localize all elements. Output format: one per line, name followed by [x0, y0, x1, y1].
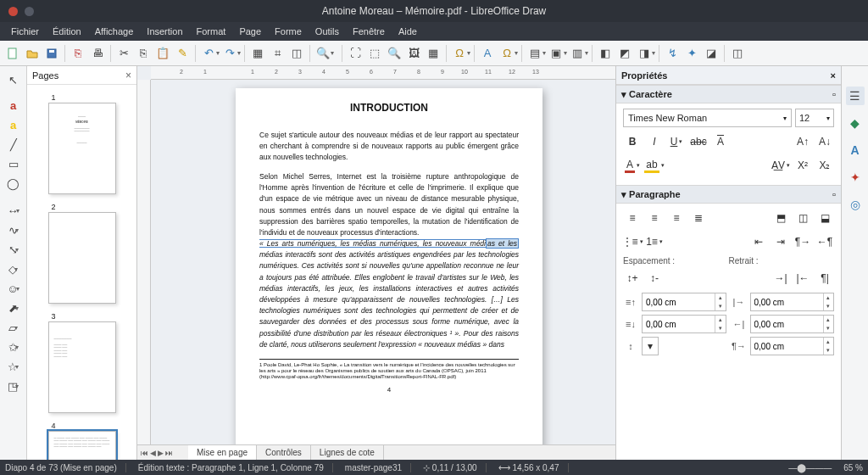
menu-insertion[interactable]: Insertion — [141, 25, 188, 38]
indent-inc-button[interactable]: ⇥ — [771, 232, 790, 251]
font-color-button[interactable]: A▾ — [623, 156, 642, 175]
points-icon[interactable]: ↯ — [663, 44, 682, 63]
page-thumbnails[interactable]: 1———MÉMOIRE———————————————— 2 3—————————… — [27, 85, 136, 460]
indent-dec-button[interactable]: ⇤ — [749, 232, 768, 251]
pages-panel-close-icon[interactable]: × — [125, 70, 131, 81]
page-thumb-4[interactable]: 4— ——— —— ——— —— ——— —— ——— —— ——— —— ——… — [47, 422, 118, 460]
block-arrow-icon[interactable]: ⬈▾ — [4, 299, 23, 316]
spacing-below-input[interactable]: ▴▾ — [642, 315, 726, 333]
indent-before-input[interactable]: ▴▾ — [750, 293, 835, 311]
indent-dec2-icon[interactable]: |← — [793, 269, 812, 288]
page-thumb-1[interactable]: 1———MÉMOIRE———————————————— — [47, 93, 118, 194]
page-thumb-3[interactable]: 3—————————— ————— ————— ————— ————— —— — [47, 312, 118, 413]
tab-last-icon[interactable]: ⏭ — [165, 449, 173, 457]
text-selection[interactable]: as et les — [486, 238, 519, 249]
menu-format[interactable]: Format — [191, 25, 232, 38]
bold-button[interactable]: B — [623, 132, 642, 151]
rtl-button[interactable]: ←¶ — [815, 232, 834, 251]
font-size-select[interactable]: 12▾ — [795, 109, 834, 127]
valign-bot-button[interactable]: ⬓ — [815, 209, 834, 227]
find-icon[interactable]: 🔍 — [385, 44, 403, 63]
align-justify-button[interactable]: ≣ — [689, 209, 708, 227]
fill-color-a-icon[interactable]: a — [4, 97, 23, 114]
table-icon[interactable]: ▦ — [424, 44, 442, 63]
page-thumb-2[interactable]: 2 — [47, 203, 118, 304]
paragraph-more-icon[interactable]: ▫ — [832, 189, 836, 199]
navigator-tab-icon[interactable]: ✦ — [846, 168, 865, 187]
status-master[interactable]: master-page31 — [345, 463, 411, 472]
snap-icon[interactable]: ⌗ — [268, 44, 287, 63]
character-section-head[interactable]: ▾ Caractère ▫ — [616, 85, 841, 103]
fontwork-omega-icon[interactable]: Ω — [498, 44, 516, 63]
align-left-button[interactable]: ≡ — [623, 209, 642, 227]
gluepoints-icon[interactable]: ✦ — [682, 44, 701, 63]
doc-paragraph-1[interactable]: Ce sujet s'articule autour des nouveaux … — [259, 130, 519, 164]
line-spacing-button[interactable]: ▾ — [642, 337, 659, 355]
3d-icon[interactable]: ◳▾ — [4, 377, 23, 394]
align-center-button[interactable]: ≡ — [645, 209, 664, 227]
paragraph-section-head[interactable]: ▾ Paragraphe ▫ — [616, 185, 841, 204]
clone-format-icon[interactable]: ✎ — [173, 44, 192, 63]
properties-tab-icon[interactable]: ☰ — [846, 87, 865, 105]
new-doc-icon[interactable] — [3, 44, 22, 63]
minimize-icon[interactable] — [25, 7, 34, 16]
show-draw-icon[interactable]: ◫ — [728, 44, 747, 63]
copy-icon[interactable]: ⎘ — [134, 44, 153, 63]
export-pdf-icon[interactable]: ⎘ — [69, 44, 87, 63]
arrow-line-icon[interactable]: ↔▾ — [4, 202, 23, 219]
align-icon[interactable]: ▤ — [526, 44, 544, 63]
image-icon[interactable]: 🖼 — [404, 44, 423, 63]
flowchart-icon[interactable]: ▱▾ — [4, 319, 23, 336]
curve-icon[interactable]: ∿▾ — [4, 221, 23, 238]
spacing-dec-icon[interactable]: ↕- — [645, 269, 664, 288]
extrusion-icon[interactable]: ◪ — [702, 44, 721, 63]
textbox-icon[interactable]: ⬚ — [365, 44, 384, 63]
callout-icon[interactable]: ✩▾ — [4, 338, 23, 355]
valign-top-button[interactable]: ⬒ — [771, 209, 790, 227]
tab-mise-en-page[interactable]: Mise en page — [188, 445, 257, 460]
tab-lignes-de-cote[interactable]: Lignes de cote — [311, 445, 384, 460]
tab-next-icon[interactable]: ▶ — [158, 449, 164, 457]
filter-icon[interactable]: ◨ — [635, 44, 654, 63]
font-name-select[interactable]: Times New Roman▾ — [623, 109, 792, 127]
overline-button[interactable]: A — [711, 132, 730, 151]
omega-icon[interactable]: Ω — [450, 44, 469, 63]
ellipse-tool-icon[interactable]: ◯ — [4, 175, 23, 192]
cut-icon[interactable]: ✂ — [114, 44, 133, 63]
valign-mid-button[interactable]: ◫ — [793, 209, 812, 227]
zoom-slider[interactable]: —⬤——— — [788, 463, 832, 472]
close-icon[interactable] — [8, 7, 18, 16]
crop-icon[interactable]: ◩ — [615, 44, 634, 63]
strike-button[interactable]: abc — [689, 132, 708, 151]
connector-icon[interactable]: ⤡▾ — [4, 241, 23, 258]
ltr-button[interactable]: ¶→ — [793, 232, 812, 251]
menu-fichier[interactable]: Fichier — [5, 25, 45, 38]
line-color-icon[interactable] — [4, 91, 23, 94]
distribute-icon[interactable]: ▥ — [568, 44, 587, 63]
guides-icon[interactable]: ◫ — [287, 44, 306, 63]
menu-page[interactable]: Page — [233, 25, 267, 38]
spacing-above-input[interactable]: ▴▾ — [642, 293, 726, 311]
tab-prev-icon[interactable]: ◀ — [150, 449, 156, 457]
open-icon[interactable] — [23, 44, 42, 63]
rect-tool-icon[interactable]: ▭ — [4, 155, 23, 172]
select-icon[interactable]: ↖ — [4, 71, 23, 88]
bullets-button[interactable]: ⋮≡▾ — [623, 232, 642, 251]
spacing-inc-icon[interactable]: ↕+ — [623, 269, 642, 288]
italic-button[interactable]: I — [645, 132, 664, 151]
shadow-icon[interactable]: ◧ — [596, 44, 615, 63]
styles-tab-icon[interactable]: ◎ — [846, 195, 865, 214]
undo-icon[interactable]: ↶ — [199, 44, 218, 63]
save-icon[interactable] — [42, 44, 61, 63]
numbering-button[interactable]: 1≡▾ — [645, 232, 664, 251]
menu-forme[interactable]: Forme — [269, 25, 308, 38]
grid-icon[interactable]: ▦ — [248, 44, 267, 63]
hyperlink-icon[interactable]: A — [478, 44, 497, 63]
basic-shape-icon[interactable]: ◇▾ — [4, 260, 23, 277]
canvas-scroll[interactable]: INTRODUCTION Ce sujet s'articule autour … — [137, 80, 615, 444]
indent-inc2-icon[interactable]: →| — [771, 269, 790, 288]
gallery-tab-icon[interactable]: A — [846, 141, 865, 159]
char-spacing-button[interactable]: A͟V▾ — [771, 156, 790, 175]
arrange-icon[interactable]: ▣ — [547, 44, 565, 63]
redo-icon[interactable]: ↷ — [220, 44, 239, 63]
